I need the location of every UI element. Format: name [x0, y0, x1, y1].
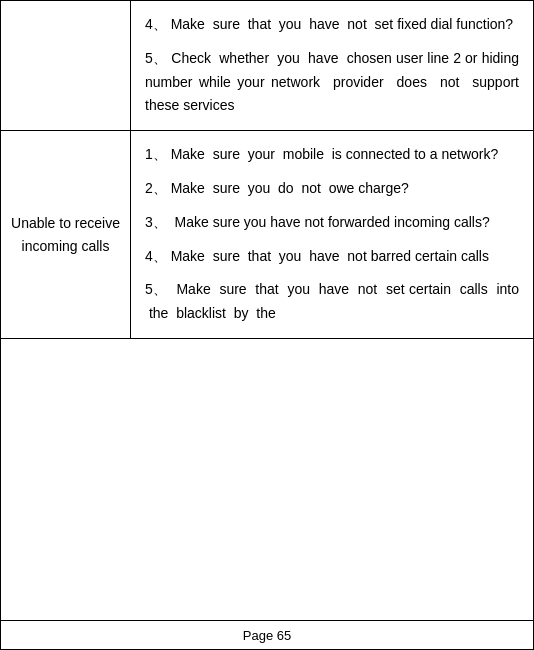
page-number: Page 65	[243, 628, 291, 643]
row2-item-1: 1、 Make sure your mobile is connected to…	[145, 143, 519, 167]
row1-item-2: 5、 Check whether you have chosen user li…	[145, 47, 519, 118]
cell-left-1	[1, 1, 131, 130]
cell-left-2: Unable to receive incoming calls	[1, 131, 131, 338]
cell-right-2: 1、 Make sure your mobile is connected to…	[131, 131, 533, 338]
cell-left-2-text: Unable to receive incoming calls	[9, 212, 122, 257]
cell-right-1: 4、 Make sure that you have not set fixed…	[131, 1, 533, 130]
row1-item-1: 4、 Make sure that you have not set fixed…	[145, 13, 519, 37]
row2-item-4: 4、 Make sure that you have not barred ce…	[145, 245, 519, 269]
table-container: 4、 Make sure that you have not set fixed…	[0, 0, 534, 620]
row2-item-3: 3、 Make sure you have not forwarded inco…	[145, 211, 519, 235]
table-row: 4、 Make sure that you have not set fixed…	[1, 1, 533, 131]
page-footer: Page 65	[0, 620, 534, 650]
row2-item-2: 2、 Make sure you do not owe charge?	[145, 177, 519, 201]
row2-item-5: 5、 Make sure that you have not set certa…	[145, 278, 519, 326]
table-row-2: Unable to receive incoming calls 1、 Make…	[1, 131, 533, 339]
